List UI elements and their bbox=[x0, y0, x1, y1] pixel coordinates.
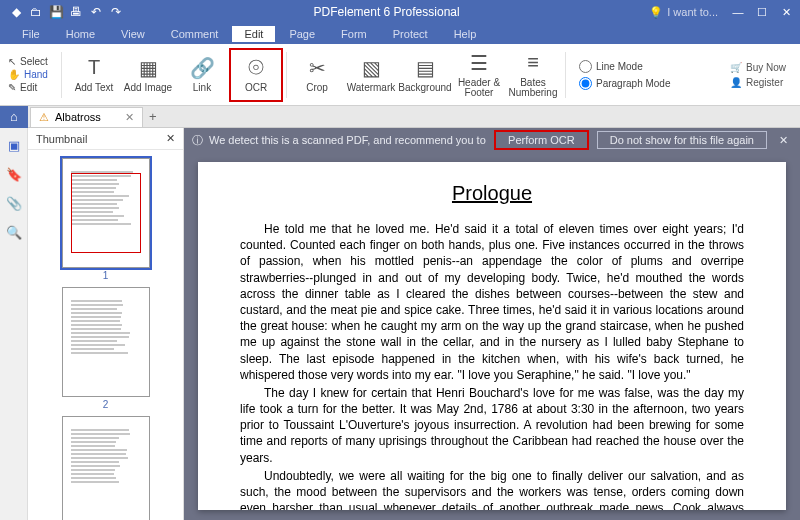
ocr-banner: ⓘ We detect this is a scanned PDF, and r… bbox=[184, 128, 800, 152]
cart-icon: 🛒 bbox=[730, 62, 742, 73]
crop-button[interactable]: ✂Crop bbox=[290, 48, 344, 102]
app-icon: ◆ bbox=[8, 4, 24, 20]
left-toolstrip: ▣ 🔖 📎 🔍 bbox=[0, 128, 28, 520]
add-tab-button[interactable]: + bbox=[143, 109, 163, 124]
thumbnail-item[interactable]: 1 bbox=[62, 158, 150, 281]
watermark-icon: ▧ bbox=[362, 56, 381, 80]
thumbnail-item[interactable]: 2 bbox=[62, 287, 150, 410]
thumbnail-list: 123 bbox=[28, 150, 183, 520]
body-paragraph: Undoubtedly, we were all waiting for the… bbox=[240, 468, 744, 510]
menu-protect[interactable]: Protect bbox=[381, 26, 440, 42]
thumbnail-title: Thumbnail bbox=[36, 133, 87, 145]
menu-page[interactable]: Page bbox=[277, 26, 327, 42]
document-tabbar: ⌂ ⚠ Albatross ✕ + bbox=[0, 106, 800, 128]
open-icon[interactable]: 🗀 bbox=[28, 4, 44, 20]
home-tab[interactable]: ⌂ bbox=[0, 106, 28, 128]
thumbnail-panel: Thumbnail ✕ 123 bbox=[28, 128, 184, 520]
menu-file[interactable]: File bbox=[10, 26, 52, 42]
lightbulb-icon: 💡 bbox=[649, 6, 663, 19]
print-icon[interactable]: 🖶 bbox=[68, 4, 84, 20]
menu-home[interactable]: Home bbox=[54, 26, 107, 42]
menu-help[interactable]: Help bbox=[442, 26, 489, 42]
document-tab[interactable]: ⚠ Albatross ✕ bbox=[30, 107, 143, 127]
page-heading: Prologue bbox=[240, 182, 744, 205]
perform-ocr-button[interactable]: Perform OCR bbox=[494, 130, 589, 150]
tab-close-icon[interactable]: ✕ bbox=[125, 111, 134, 124]
ocr-banner-text: We detect this is a scanned PDF, and rec… bbox=[209, 134, 486, 146]
ocr-icon: ⦾ bbox=[248, 56, 264, 80]
register-link[interactable]: 👤Register bbox=[730, 77, 786, 88]
thumbnail-close-icon[interactable]: ✕ bbox=[166, 132, 175, 145]
ribbon: ↖Select ✋Hand ✎Edit TAdd Text▦Add Image🔗… bbox=[0, 44, 800, 106]
redo-icon[interactable]: ↷ bbox=[108, 4, 124, 20]
body-paragraph: He told me that he loved me. He'd said i… bbox=[240, 221, 744, 383]
thumbnail-number: 2 bbox=[103, 399, 109, 410]
info-icon: ⓘ bbox=[192, 133, 203, 148]
tell-me-search[interactable]: 💡 I want to... bbox=[649, 6, 718, 19]
select-tool[interactable]: ↖Select bbox=[8, 56, 54, 67]
link-icon: 🔗 bbox=[190, 56, 215, 80]
undo-icon[interactable]: ↶ bbox=[88, 4, 104, 20]
watermark-button[interactable]: ▧Watermark bbox=[344, 48, 398, 102]
document-page: Prologue He told me that he loved me. He… bbox=[198, 162, 786, 510]
save-icon[interactable]: 💾 bbox=[48, 4, 64, 20]
background-icon: ▤ bbox=[416, 56, 435, 80]
thumbnail-item[interactable]: 3 bbox=[62, 416, 150, 520]
cursor-icon: ↖ bbox=[8, 56, 16, 67]
menu-edit[interactable]: Edit bbox=[232, 26, 275, 42]
maximize-button[interactable]: ☐ bbox=[750, 3, 774, 21]
thumbnail-page bbox=[62, 287, 150, 397]
header-footer-icon: ☰ bbox=[470, 51, 488, 75]
link-button[interactable]: 🔗Link bbox=[175, 48, 229, 102]
document-area: ⓘ We detect this is a scanned PDF, and r… bbox=[184, 128, 800, 520]
crop-icon: ✂ bbox=[309, 56, 326, 80]
bates-icon: ≡ bbox=[527, 51, 539, 75]
add-image-button[interactable]: ▦Add Image bbox=[121, 48, 175, 102]
page-viewport[interactable]: Prologue He told me that he loved me. He… bbox=[184, 152, 800, 520]
menubar: FileHomeViewCommentEditPageFormProtectHe… bbox=[0, 24, 800, 44]
add-image-icon: ▦ bbox=[139, 56, 158, 80]
body-paragraph: The day I knew for certain that Henri Bo… bbox=[240, 385, 744, 466]
add-text-icon: T bbox=[88, 56, 100, 80]
selection-group: ↖Select ✋Hand ✎Edit bbox=[6, 54, 56, 95]
menu-comment[interactable]: Comment bbox=[159, 26, 231, 42]
search-icon[interactable]: 🔍 bbox=[6, 225, 22, 240]
menu-form[interactable]: Form bbox=[329, 26, 379, 42]
hand-icon: ✋ bbox=[8, 69, 20, 80]
ocr-banner-close-icon[interactable]: ✕ bbox=[775, 134, 792, 147]
bookmark-icon[interactable]: 🔖 bbox=[6, 167, 22, 182]
minimize-button[interactable]: — bbox=[726, 3, 750, 21]
app-title: PDFelement 6 Professional bbox=[124, 5, 649, 19]
thumbnail-icon[interactable]: ▣ bbox=[8, 138, 20, 153]
dismiss-ocr-button[interactable]: Do not show for this file again bbox=[597, 131, 767, 149]
mode-group: Line Mode Paragraph Mode bbox=[571, 60, 671, 90]
thumbnail-page bbox=[62, 158, 150, 268]
hand-tool[interactable]: ✋Hand bbox=[8, 69, 54, 80]
ocr-button[interactable]: ⦾OCR bbox=[229, 48, 283, 102]
paragraph-mode-radio[interactable]: Paragraph Mode bbox=[579, 77, 671, 90]
buy-now-link[interactable]: 🛒Buy Now bbox=[730, 62, 786, 73]
background-button[interactable]: ▤Background bbox=[398, 48, 452, 102]
thumbnail-page bbox=[62, 416, 150, 520]
close-button[interactable]: ✕ bbox=[774, 3, 798, 21]
thumbnail-number: 1 bbox=[103, 270, 109, 281]
titlebar: ◆ 🗀 💾 🖶 ↶ ↷ PDFelement 6 Professional 💡 … bbox=[0, 0, 800, 24]
line-mode-radio[interactable]: Line Mode bbox=[579, 60, 671, 73]
warning-icon: ⚠ bbox=[39, 111, 49, 124]
edit-icon: ✎ bbox=[8, 82, 16, 93]
edit-tool[interactable]: ✎Edit bbox=[8, 82, 54, 93]
menu-view[interactable]: View bbox=[109, 26, 157, 42]
bates-button[interactable]: ≡Bates Numbering bbox=[506, 48, 560, 102]
header-footer-button[interactable]: ☰Header & Footer bbox=[452, 48, 506, 102]
user-icon: 👤 bbox=[730, 77, 742, 88]
attachment-icon[interactable]: 📎 bbox=[6, 196, 22, 211]
add-text-button[interactable]: TAdd Text bbox=[67, 48, 121, 102]
